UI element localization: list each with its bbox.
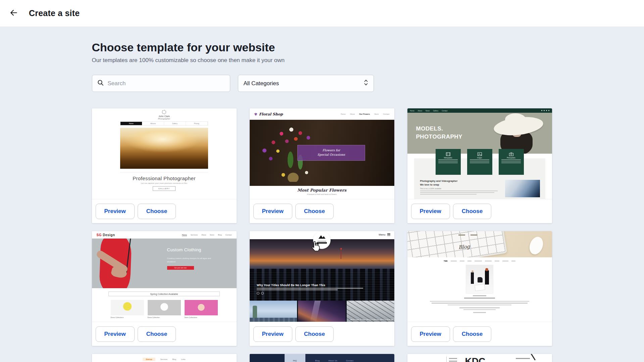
- mini-nav-item: Services: [160, 358, 167, 360]
- milky-way-photo: [298, 301, 346, 322]
- product-row: Dress Collections Dress Collection Swim …: [111, 300, 218, 318]
- mini-section: Videography Images Photography: [407, 154, 552, 199]
- mini-topnav: [458, 235, 477, 236]
- mini-heading: Photography and Videographer: [420, 179, 501, 183]
- content-column: Choose template for your website Our tem…: [92, 41, 552, 362]
- overlay-text: Special Occasions: [317, 153, 345, 157]
- card-footer: Preview Choose: [250, 322, 394, 346]
- mini-paragraph: [430, 301, 529, 313]
- preview-button[interactable]: Preview: [411, 326, 450, 342]
- image-icon: [477, 152, 482, 156]
- mini-nav-item: Services: [191, 234, 198, 236]
- hamburger-icon: [387, 233, 390, 236]
- choose-button[interactable]: Choose: [295, 204, 334, 219]
- salon-interior-photo: [466, 265, 493, 294]
- mini-nav-item: Startup: [143, 358, 155, 361]
- mini-navbar: Home About News Gallery Contact: [407, 108, 552, 113]
- choose-button[interactable]: Choose: [453, 204, 491, 219]
- makeup-closeup-photo: [505, 180, 540, 197]
- mini-nav-item: Contact: [442, 110, 447, 112]
- purple-overlay-box: Flowers for Special Occasions: [297, 145, 365, 161]
- preview-button[interactable]: Preview: [96, 326, 135, 342]
- shutter-logo-icon: [162, 110, 166, 114]
- mini-tagline: Let me capture your most precious moment…: [141, 182, 187, 184]
- template-thumbnail-kdc: KDC: [407, 354, 552, 362]
- film-icon: [446, 152, 451, 156]
- app-header: Create a site: [0, 0, 644, 27]
- filter-bar: All Categories: [92, 75, 552, 92]
- template-card-startup: Startup Services Blog Links Preview Choo…: [92, 354, 237, 362]
- mini-nav-item: Home: [410, 110, 414, 112]
- template-thumbnail-sg-design: SG Design Home Services About Store Blog…: [92, 231, 237, 322]
- mini-navbar: Startup Services Blog Links: [143, 358, 185, 361]
- mini-heading: Most Popular Flowers: [297, 188, 347, 193]
- mini-hero-text: Custom Clothing Creating custom clothing…: [167, 247, 218, 270]
- pencil-graphic: [530, 354, 536, 360]
- mini-hero-heading: MODELS. PHOTOGRAPHY: [416, 125, 462, 141]
- chevron-up-down-icon: [364, 79, 368, 88]
- mountain-icon: [316, 235, 328, 241]
- mini-section: TMK: [407, 257, 552, 313]
- mini-text-line: [449, 358, 457, 359]
- product-item: Swim Collections: [185, 300, 218, 318]
- template-card-salon-blog: Blog TMK: [407, 231, 552, 346]
- mini-caption: Welcome to Our Blog Feature, Here's How …: [350, 319, 393, 321]
- mini-nav-item: About: [350, 113, 355, 115]
- mini-nav-item: Pricing: [186, 122, 208, 125]
- feature-card-videography: Videography: [436, 149, 461, 175]
- mini-header: SG Design Home Services About Store Blog…: [92, 231, 237, 239]
- overlay-text: Flowers for: [323, 148, 340, 153]
- mini-caption-line: [473, 295, 486, 296]
- preview-button[interactable]: Preview: [253, 204, 292, 219]
- card-footer: Preview Choose: [250, 199, 394, 223]
- product-item: Dress Collection: [148, 300, 181, 318]
- card-footer: Preview Choose: [92, 199, 237, 223]
- search-box[interactable]: [92, 75, 230, 92]
- nav-dot-buttons: [257, 292, 373, 295]
- divider: [446, 357, 447, 362]
- template-card-navy: FAQ Blog About Us Contact Preview Choose: [250, 354, 394, 362]
- back-arrow-icon: [9, 8, 18, 18]
- divider: [120, 172, 208, 172]
- card-footer: Preview Choose: [407, 322, 552, 346]
- choose-button[interactable]: Choose: [138, 204, 176, 219]
- choose-button[interactable]: Choose: [295, 326, 334, 342]
- mini-navbar: Home Albums Gallery Pricing: [120, 121, 208, 125]
- preview-button[interactable]: Preview: [411, 204, 450, 219]
- swimwear-photo: [185, 300, 218, 315]
- search-input[interactable]: [108, 80, 225, 87]
- mini-text-line: [449, 361, 457, 362]
- mini-logo-title: KDC: [465, 356, 486, 362]
- preview-button[interactable]: Preview: [253, 326, 292, 342]
- back-button[interactable]: [8, 8, 19, 19]
- mini-section: Most Popular Flowers A bouquet of fresh …: [250, 186, 394, 199]
- mini-banner: Spring Collection Available: [108, 292, 220, 296]
- mini-nav-item: Blog: [172, 358, 176, 360]
- template-thumbnail-startup: Startup Services Blog Links: [92, 354, 237, 362]
- category-select[interactable]: All Categories: [238, 75, 374, 92]
- template-thumbnail-models: Home About News Gallery Contact MODELS. …: [407, 108, 552, 199]
- yellow-dress-photo: [111, 300, 144, 315]
- choose-button[interactable]: Choose: [138, 326, 176, 342]
- mini-navbar: Home Services About Store Blog Contact: [182, 234, 232, 236]
- camera-icon: [509, 152, 514, 156]
- mini-heading: We love to snap: [420, 183, 501, 187]
- mini-nav-item: Home: [120, 122, 142, 125]
- preview-button[interactable]: Preview: [96, 204, 135, 219]
- mini-logo-title: SG Design: [97, 233, 115, 237]
- mini-heading: Custom Clothing: [167, 247, 218, 252]
- feature-card-images: Images: [467, 149, 492, 175]
- mini-nav-item: Contact: [226, 234, 232, 236]
- card-footer: Preview Choose: [92, 322, 237, 346]
- mini-logo-title: John Clark: [158, 115, 169, 117]
- mini-nav-item-selected: FAQ: [285, 354, 305, 362]
- tulip-bouquet-photo: Flowers for Special Occasions: [250, 120, 394, 186]
- mini-about-section: Photography and Videographer We love to …: [420, 179, 540, 197]
- mini-header: ✾ Floral Shop Home About Our Flowers Sto…: [250, 108, 394, 120]
- choose-button[interactable]: Choose: [453, 326, 491, 342]
- mini-text-line: [516, 358, 530, 359]
- search-icon: [97, 80, 104, 87]
- computer-mouse: [527, 235, 545, 256]
- mini-nav-item: News: [426, 110, 430, 112]
- mini-logo-title: Floral Shop: [259, 112, 283, 116]
